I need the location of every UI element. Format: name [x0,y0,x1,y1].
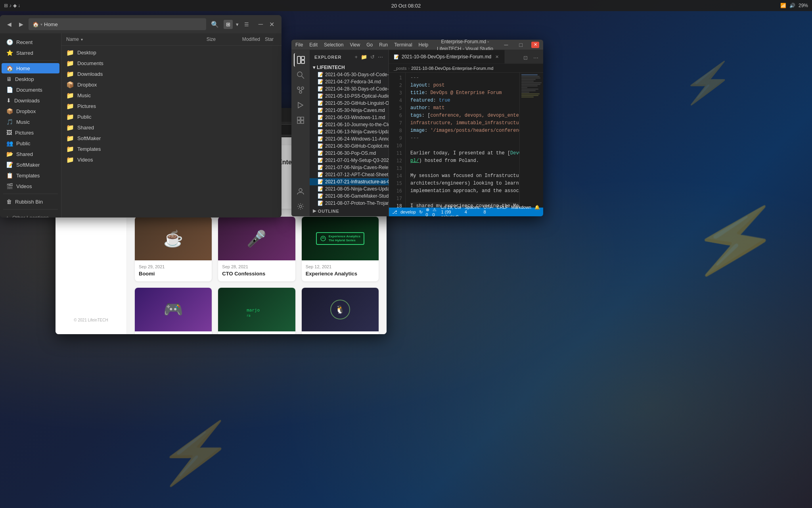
vsc-timeline-section[interactable]: ▶ TIMELINE [310,215,389,216]
post-card-analytics[interactable]: Experience AnalyticsThe Hybrid Series Se… [302,217,379,281]
tab-close-button[interactable]: ✕ [495,54,499,60]
sidebar-item-recent[interactable]: 🕐 Recent [2,37,59,47]
vsc-run-activity[interactable] [294,98,307,112]
post-card-logo[interactable]: 🐧 [302,288,379,334]
vsc-accounts-activity[interactable] [294,185,307,198]
tree-file-3[interactable]: 📝 2021-05-10-PS5-Optical-Audio-Del... [310,92,389,100]
tree-file-13[interactable]: 📝 2021-07-06-Ninja-Caves-Release.md [310,164,389,171]
vsc-menu-selection[interactable]: Selection [324,42,343,48]
tree-file-16[interactable]: 📝 2021-08-05-Ninja-Caves-Update-T... [310,185,389,192]
vsc-line-ending[interactable]: CRLF [497,205,508,216]
vsc-menu-help[interactable]: Help [419,42,429,48]
sidebar-add-other[interactable]: ＋ Other Locations [0,212,61,217]
tree-file-10[interactable]: 📝 2021-06-30-GitHub-Copilot.md [310,142,389,150]
tree-file-1[interactable]: 📝 2021-04-27-Fedora-34.md [310,78,389,85]
vsc-code-content[interactable]: --- layout: post title: DevOps @ Enterpr… [406,73,519,208]
fm-view-dropdown[interactable]: ▾ [234,20,241,29]
vsc-explorer-activity[interactable] [294,53,307,67]
file-item-videos[interactable]: 📁 Videos [61,154,282,165]
explorer-collapse[interactable]: ⋯ [377,53,384,61]
fm-close-button[interactable]: ✕ [267,20,277,29]
tree-file-8[interactable]: 📝 2021-06-13-Ninja-Caves-Update-O... [310,128,389,135]
sidebar-item-home[interactable]: 🏠 Home [2,63,59,73]
vsc-minimize-button[interactable]: ─ [502,41,511,49]
vsc-menu-terminal[interactable]: Terminal [394,42,412,48]
vsc-menu-file[interactable]: File [295,42,303,48]
post-card-green[interactable]: marjo ra [218,288,295,334]
vsc-close-button[interactable]: ✕ [531,42,539,48]
sidebar-item-videos[interactable]: 🎬 Videos [2,181,59,191]
vsc-menu-run[interactable]: Run [379,42,388,48]
tree-folder-lifeintech[interactable]: ▾ LIFEINTECH [310,64,389,71]
vsc-search-activity[interactable] [294,68,307,82]
sidebar-item-starred[interactable]: ⭐ Starred [2,48,59,58]
vsc-menu-go[interactable]: Go [366,42,373,48]
tree-file-4[interactable]: 📝 2021-05-20-GitHub-Linguist-Overri... [310,100,389,107]
fm-icon-view-button[interactable]: ⊞ [224,20,233,29]
explorer-new-folder[interactable]: 📁 [360,53,368,61]
post-card-gamepad[interactable]: 🎮 [135,288,212,334]
post-card-boomi[interactable]: ☕ Sep 29, 2021 Boomi [135,217,212,281]
vsc-split-editor[interactable]: ⊡ [521,53,530,62]
fm-list-view-button[interactable]: ☰ [242,20,251,29]
sidebar-item-templates[interactable]: 📋 Templates [2,170,59,181]
sidebar-item-rubbish[interactable]: 🗑 Rubbish Bin [2,196,59,207]
breadcrumb-part-1[interactable]: 2021-10-08-DevOps-Enterprise-Forum.md [411,66,493,71]
file-item-public[interactable]: 📁 Public [61,112,282,122]
vsc-settings-activity[interactable] [294,200,307,213]
sidebar-item-shared[interactable]: 📂 Shared [2,149,59,159]
col-header-name[interactable]: Name ▾ [66,37,183,42]
file-item-shared[interactable]: 📁 Shared [61,122,282,133]
vsc-code-editor[interactable]: 1 2 3 4 5 6 7 8 9 10 11 12 13 14 15 16 1 [389,73,543,208]
explorer-refresh[interactable]: ↺ [370,53,375,61]
tree-file-5[interactable]: 📝 2021-05-30-Ninja-Caves.md [310,107,389,114]
vsc-outline-section[interactable]: ▶ OUTLINE [310,207,389,215]
tree-file-9[interactable]: 📝 2021-06-24-Windows-11-Announce... [310,135,389,142]
tree-file-7[interactable]: 📝 2021-06-10-Journey-to-the-Cloud... [310,121,389,128]
sidebar-item-music[interactable]: 🎵 Music [2,117,59,127]
vsc-branch-name[interactable]: develop [400,210,416,214]
tree-file-15[interactable]: 📝 2021-07-21-Infrastructure-as-Code... [310,178,389,185]
sidebar-item-dropbox[interactable]: 📦 Dropbox [2,106,59,116]
fm-forward-button[interactable]: ▶ [17,20,25,29]
vsc-spaces[interactable]: Spaces: 4 [465,205,481,216]
file-item-desktop[interactable]: 📁 Desktop [61,47,282,58]
vsc-position[interactable]: Ln 19, Col 1 (99 selected) [441,205,462,216]
col-header-star[interactable]: Star [265,37,277,42]
sidebar-item-pictures[interactable]: 🖼 Pictures [2,127,59,138]
file-item-downloads[interactable]: 📁 Downloads [61,69,282,79]
vsc-git-activity[interactable] [294,83,307,97]
tree-file-12[interactable]: 📝 2021-07-01-My-Setup-Q3-2021.md [310,157,389,164]
file-item-templates[interactable]: 📁 Templates [61,144,282,154]
tree-file-11[interactable]: 📝 2021-06-30-Pop-OS.md [310,150,389,157]
fm-search-button[interactable]: 🔍 [209,19,220,30]
file-item-pictures[interactable]: 📁 Pictures [61,101,282,112]
file-item-music[interactable]: 📁 Music [61,90,282,101]
tree-file-17[interactable]: 📝 2021-08-06-GameMaker-Studio-2-L... [310,192,389,200]
file-item-softmaker[interactable]: 📁 SoftMaker [61,133,282,144]
sidebar-item-desktop[interactable]: 🖥 Desktop [2,74,59,84]
fm-back-button[interactable]: ◀ [5,20,13,29]
sidebar-item-downloads[interactable]: ⬇ Downloads [2,95,59,106]
file-item-documents[interactable]: 📁 Documents [61,58,282,69]
vsc-encoding[interactable]: UTF-8 [483,205,493,216]
file-item-dropbox[interactable]: 📦 Dropbox [61,79,282,90]
fm-minimize-button[interactable]: ─ [256,20,265,29]
tree-file-18[interactable]: 📝 2021-08-07-Proton-The-Trojan-Hor... [310,200,389,207]
sidebar-item-documents[interactable]: 📄 Documents [2,85,59,95]
tree-file-6[interactable]: 📝 2021-06-03-Windows-11.md [310,114,389,121]
explorer-new-file[interactable]: + [354,53,358,61]
tree-file-14[interactable]: 📝 2021-07-12-APT-Cheat-Sheet.md [310,171,389,178]
vsc-language-mode[interactable]: Markdown [511,205,531,216]
col-header-modified[interactable]: Modified [220,37,260,42]
col-header-size[interactable]: Size [188,37,216,42]
vsc-editor-tab-active[interactable]: 📝 2021-10-08-DevOps-Enterprise-Forum.md … [389,50,505,64]
vsc-extensions-activity[interactable] [294,114,307,127]
vsc-menu-view[interactable]: View [350,42,360,48]
breadcrumb-part-0[interactable]: _posts [394,66,406,71]
tree-file-0[interactable]: 📝 2021-04-05-30-Days-of-Code-Upda... [310,71,389,78]
vsc-menu-edit[interactable]: Edit [309,42,318,48]
tree-file-2[interactable]: 📝 2021-04-28-30-Days-of-Code-MVP... [310,85,389,92]
post-card-cto[interactable]: 🎤 Sep 28, 2021 CTO Confessions [218,217,295,281]
sidebar-item-public[interactable]: 👥 Public [2,138,59,148]
